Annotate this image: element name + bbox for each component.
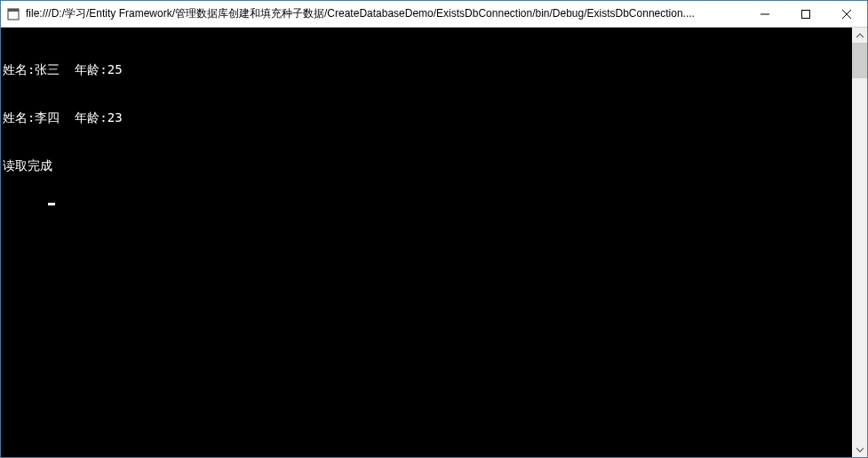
text-cursor	[48, 203, 55, 205]
svg-rect-1	[8, 9, 19, 12]
console-line: 姓名:李四 年龄:23	[3, 109, 852, 125]
titlebar: file:///D:/学习/Entity Framework/管理数据库创建和填…	[1, 1, 867, 28]
console-line: 读取完成	[3, 157, 852, 173]
window-title: file:///D:/学习/Entity Framework/管理数据库创建和填…	[26, 6, 745, 21]
chevron-down-icon	[856, 446, 864, 454]
scroll-down-button[interactable]	[852, 442, 867, 457]
close-button[interactable]	[826, 1, 867, 27]
scroll-up-button[interactable]	[852, 28, 867, 43]
console-area: 姓名:张三 年龄:25 姓名:李四 年龄:23 读取完成	[1, 28, 867, 457]
chevron-up-icon	[856, 32, 864, 39]
console-line: 姓名:张三 年龄:25	[3, 61, 852, 77]
scroll-thumb[interactable]	[852, 43, 867, 78]
console-window: file:///D:/学习/Entity Framework/管理数据库创建和填…	[0, 0, 868, 458]
vertical-scrollbar[interactable]	[852, 28, 867, 457]
window-controls	[745, 1, 867, 27]
minimize-button[interactable]	[745, 1, 785, 27]
console-output[interactable]: 姓名:张三 年龄:25 姓名:李四 年龄:23 读取完成	[1, 28, 852, 457]
svg-rect-3	[802, 10, 810, 18]
maximize-button[interactable]	[785, 1, 826, 27]
app-icon	[6, 7, 20, 21]
scroll-track[interactable]	[852, 43, 867, 442]
